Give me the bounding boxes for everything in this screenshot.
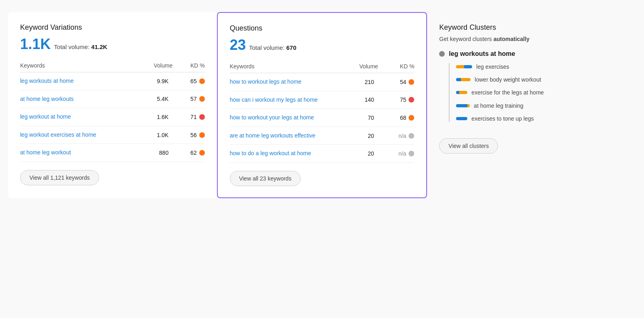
volume-value: 140 <box>346 96 378 103</box>
kd-dot <box>199 132 205 138</box>
kd-dot <box>199 78 205 84</box>
kd-cell: 62 <box>173 150 205 156</box>
kv-table: Keywords Volume KD % leg workouts at hom… <box>20 62 205 162</box>
kd-cell: 68 <box>378 115 414 121</box>
keyword-link[interactable]: leg workouts at home <box>20 77 140 85</box>
keyword-link[interactable]: leg workout exercises at home <box>20 131 140 139</box>
keyword-link[interactable]: leg workout at home <box>20 113 140 121</box>
list-item: at home leg training <box>456 102 624 109</box>
table-row: how to workout legs at home 210 54 <box>230 73 415 91</box>
kd-cell: 71 <box>173 114 205 120</box>
kv-view-all-button[interactable]: View all 1,121 keywords <box>20 170 99 185</box>
keyword-variations-panel: Keyword Variations 1.1K Total volume: 41… <box>8 12 217 198</box>
q-table-header: Keywords Volume KD % <box>230 63 415 73</box>
list-item: exercises to tone up legs <box>456 115 624 122</box>
cluster-root-dot <box>439 51 445 57</box>
clusters-subtitle: Get keyword clusters automatically <box>439 36 624 42</box>
bar-segment <box>456 117 467 120</box>
table-row: are at home leg workouts effective 20 n/… <box>230 127 415 145</box>
q-volume-value: 670 <box>286 44 296 51</box>
kd-cell: 57 <box>173 96 205 102</box>
kd-value: 62 <box>190 150 197 156</box>
volume-value: 5.4K <box>140 96 173 102</box>
kd-value: 56 <box>190 132 197 138</box>
volume-value: 1.0K <box>140 132 173 138</box>
table-row: how to do a leg workout at home 20 n/a <box>230 145 415 163</box>
list-item: lower body weight workout <box>456 76 624 83</box>
kd-dot <box>409 79 414 85</box>
kv-col-kd: KD % <box>173 62 205 69</box>
bar-segment <box>456 104 467 107</box>
kd-dot <box>409 97 414 103</box>
keyword-link[interactable]: at home leg workout <box>20 149 140 157</box>
clusters-view-all-button[interactable]: View all clusters <box>439 138 498 154</box>
table-row: how to workout your legs at home 70 68 <box>230 109 415 127</box>
volume-value: 880 <box>140 150 173 156</box>
bar-segment <box>461 78 471 81</box>
table-row: at home leg workouts 5.4K 57 <box>20 90 205 109</box>
kd-value: 54 <box>400 79 407 85</box>
bar-segment <box>459 91 467 94</box>
kv-col-volume: Volume <box>140 62 173 69</box>
q-title: Questions <box>230 24 415 33</box>
main-container: Keyword Variations 1.1K Total volume: 41… <box>8 12 636 198</box>
table-row: leg workout at home 1.6K 71 <box>20 108 205 126</box>
kd-value: 57 <box>190 96 197 102</box>
q-col-keywords: Keywords <box>230 63 346 70</box>
keyword-link[interactable]: how to workout legs at home <box>230 78 346 86</box>
volume-value: 20 <box>346 133 378 139</box>
q-rows: how to workout legs at home 210 54 how c… <box>230 73 415 163</box>
kv-stats: 1.1K Total volume: 41.2K <box>20 36 205 53</box>
keyword-clusters-panel: Keyword Clusters Get keyword clusters au… <box>427 12 636 198</box>
kd-value: 68 <box>400 115 407 121</box>
kd-na: n/a <box>398 150 406 157</box>
cluster-bar <box>456 78 471 81</box>
bar-segment <box>467 104 470 107</box>
cluster-root-label: leg workouts at home <box>449 50 515 57</box>
volume-value: 70 <box>346 115 378 121</box>
table-row: leg workout exercises at home 1.0K 56 <box>20 126 205 144</box>
table-row: how can i workout my legs at home 140 75 <box>230 91 415 109</box>
kd-cell: n/a <box>378 150 414 157</box>
kd-dot <box>199 114 205 120</box>
table-row: at home leg workout 880 62 <box>20 144 205 162</box>
volume-value: 20 <box>346 150 378 157</box>
kd-dot <box>409 115 414 121</box>
kd-value: 65 <box>190 78 197 84</box>
clusters-title: Keyword Clusters <box>439 23 624 32</box>
kv-col-keywords: Keywords <box>20 62 140 69</box>
keyword-link[interactable]: are at home leg workouts effective <box>230 132 346 140</box>
table-row: leg workouts at home 9.9K 65 <box>20 72 205 90</box>
kv-count: 1.1K <box>20 36 51 53</box>
q-view-all-button[interactable]: View all 23 keywords <box>230 171 301 186</box>
cluster-child-label: lower body weight workout <box>475 76 541 83</box>
clusters-subtitle-bold: automatically <box>493 36 529 42</box>
volume-value: 210 <box>346 79 378 85</box>
kd-value: 75 <box>400 96 407 103</box>
kd-dot <box>409 133 414 139</box>
bar-segment <box>464 65 472 68</box>
cluster-bar <box>456 65 472 68</box>
kd-value: 71 <box>190 114 197 120</box>
q-col-kd: KD % <box>378 63 414 70</box>
list-item: leg exercises <box>456 63 624 70</box>
kd-cell: 75 <box>378 96 414 103</box>
kd-cell: 54 <box>378 79 414 85</box>
cluster-root: leg workouts at home <box>439 50 624 57</box>
kd-dot <box>199 96 205 102</box>
q-stats: 23 Total volume: 670 <box>230 37 415 53</box>
kv-table-header: Keywords Volume KD % <box>20 62 205 72</box>
kv-title: Keyword Variations <box>20 23 205 32</box>
kd-cell: 56 <box>173 132 205 138</box>
q-table: Keywords Volume KD % how to workout legs… <box>230 63 415 163</box>
kv-rows: leg workouts at home 9.9K 65 at home leg… <box>20 72 205 162</box>
kd-dot <box>199 150 205 156</box>
keyword-link[interactable]: at home leg workouts <box>20 95 140 103</box>
keyword-link[interactable]: how to do a leg workout at home <box>230 150 346 158</box>
bar-segment <box>456 65 464 68</box>
keyword-link[interactable]: how to workout your legs at home <box>230 114 346 122</box>
keyword-link[interactable]: how can i workout my legs at home <box>230 96 346 104</box>
volume-value: 9.9K <box>140 78 173 84</box>
kd-na: n/a <box>398 133 406 139</box>
cluster-child-label: leg exercises <box>476 63 509 70</box>
